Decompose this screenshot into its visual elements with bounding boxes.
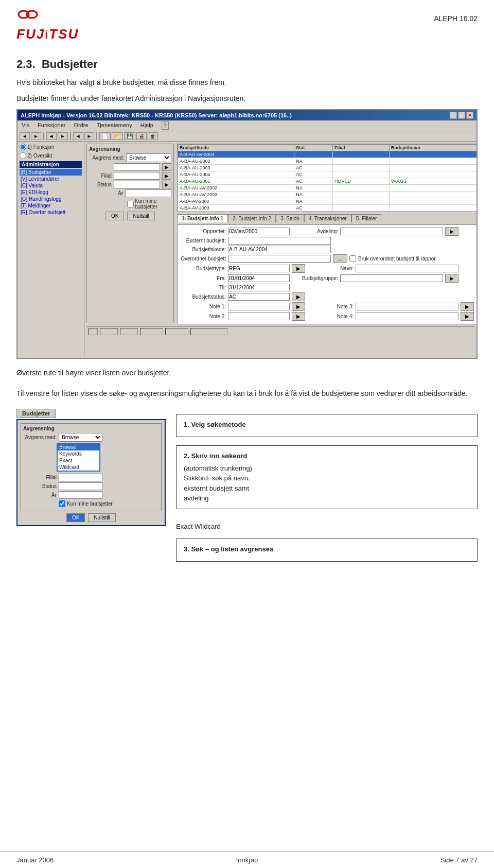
toolbar-open[interactable]: 📂 [112,132,123,140]
filter-input-status[interactable] [114,181,160,188]
form-note3-browse[interactable]: ▶ [461,302,474,311]
tab-filialer[interactable]: 5. Filialer [351,214,382,222]
menu-hjelp[interactable]: Hjelp [138,121,155,130]
form-budsjettgruppe-browse[interactable]: ▶ [445,274,458,283]
filter-nullstill-btn[interactable]: Nullstill [127,212,155,220]
dropdown-opt-wildcard[interactable]: Wildcard [58,464,99,471]
table-row[interactable]: A-BA-AV-2002 NA [178,198,477,205]
filter-ok-btn[interactable]: OK [105,212,124,220]
form-input-note2[interactable] [228,313,290,320]
form-input-navn[interactable] [356,265,458,272]
table-row[interactable]: A-BA-AV-2003 AC [178,205,477,212]
sidebar-item-edilogg[interactable]: [E] EDI-logg [20,189,82,196]
widget-checkbox-mine[interactable] [59,500,65,507]
sidebar-item-leverandorer[interactable]: [V] Leverandører [20,176,82,182]
menu-funksjoner[interactable]: Funksjoner [36,121,67,130]
table-row[interactable]: A-BA-AU-2005 AC HOVED VAAGS [178,178,477,185]
toolbar-btn-1[interactable]: ◄ [20,132,30,140]
form-input-avdeling[interactable] [340,228,443,235]
form-input-budsjettsstatus[interactable] [228,293,290,301]
toolbar-new[interactable]: 📄 [99,132,111,140]
sidebar-item-meldinger[interactable]: [T] Meldinger [20,202,82,209]
filter-input-filial[interactable] [114,172,160,180]
dropdown-opt-browse[interactable]: Browse [58,444,99,450]
table-row[interactable]: A-BA-AU-2002 NA [178,158,477,165]
budget-table-container[interactable]: Budsjettkode Stat. Filial Budsjettnavn [177,144,477,212]
widget-input-status[interactable] [59,482,102,490]
form-input-note3[interactable] [356,303,458,310]
form-overordnet-browse[interactable]: … [333,254,347,263]
form-note4-browse[interactable]: ▶ [461,312,474,321]
sidebar-item-budsjetter[interactable]: [B] Budsjetter [20,169,82,176]
widget-row-avgrens: Avgrens med: Browse [23,433,159,442]
widget-ok-btn[interactable]: OK [66,513,85,522]
form-input-budsjetttype[interactable] [228,265,290,272]
filter-btn-filial[interactable]: ▶ [162,172,171,180]
table-row[interactable]: A-BA-AU-AV-2002 NA [178,185,477,192]
tab-budsjettinfo2[interactable]: 2. Budsjett-info 2 [228,214,276,222]
table-row[interactable]: A-BA-AU-2004 AC [178,171,477,178]
form-input-budsjettgruppe[interactable] [340,274,443,282]
toolbar-btn-5[interactable]: ◄ [73,132,83,140]
form-note1-browse[interactable]: ▶ [292,302,305,311]
filter-select-avgrens[interactable]: Browse Keywords Exact Wildcard [126,153,171,162]
form-note2-browse[interactable]: ▶ [292,312,305,321]
widget-nullstill-btn[interactable]: Nullstill [88,513,116,522]
form-budsjettsstatus-browse[interactable]: ▶ [292,292,305,301]
menu-vis[interactable]: Vis [20,121,31,130]
sidebar-item-valuta[interactable]: [C] Valuta [20,182,82,189]
tab-budsjettinfo1[interactable]: 1. Budsjett-info 1 [177,214,228,222]
cell-navn: VAAGS [389,178,477,185]
menu-tjenestemeny[interactable]: Tjenestemeny [95,121,134,130]
table-row[interactable]: A-BA-AU-2003 AC [178,165,477,171]
form-input-overordnet[interactable] [228,255,331,263]
menu-ordre[interactable]: Ordre [72,121,91,130]
form-input-opprettet[interactable] [228,228,290,235]
close-button[interactable]: ✕ [466,112,473,119]
filter-checkbox-mine[interactable] [127,201,134,207]
help-icon-button[interactable]: ? [162,121,169,130]
radio-funksjon[interactable]: 1) Funksjon [20,144,54,150]
filter-btn-browse[interactable]: ▶ [162,163,171,171]
toolbar-btn-2[interactable]: ► [31,132,41,140]
maximize-button[interactable]: □ [458,112,465,119]
titlebar-controls[interactable]: _ □ ✕ [450,112,473,119]
form-budsjetttype-browse[interactable]: ▶ [292,264,305,273]
toolbar-save[interactable]: 💾 [124,132,135,140]
minimize-button[interactable]: _ [450,112,457,119]
toolbar-btn-3[interactable]: ◄ [46,132,57,140]
filter-input-text[interactable] [114,163,160,171]
toolbar-btn-4[interactable]: ► [58,132,68,140]
widget-select-avgrens[interactable]: Browse [59,433,102,442]
form-input-note4[interactable] [356,313,458,320]
toolbar-print[interactable]: 🖨 [136,132,147,140]
dropdown-opt-exact[interactable]: Exact [58,457,99,464]
cell-stat: NA [294,198,333,205]
cell-stat: AC [294,205,333,212]
toolbar-btn-6[interactable]: ► [84,132,95,140]
widget-tab-budsjetter[interactable]: Budsjetter [16,409,56,418]
table-row[interactable]: A-B-AU-AV-2004 [178,151,477,158]
filter-btn-status[interactable]: ▶ [162,181,171,188]
form-input-budsjettkode[interactable] [228,246,331,253]
filter-input-ar[interactable] [125,189,171,197]
filter-row-text: ▶ [89,163,171,171]
footer-page: Side 7 av 27 [440,856,478,864]
sidebar-item-handlingslogg[interactable]: [G] Handlingslogg [20,196,82,202]
form-avdeling-browse[interactable]: ▶ [445,227,458,236]
table-row[interactable]: A-BA-AU-AV-2003 NA [178,192,477,198]
radio-oversikt[interactable]: 2) Oversikt [20,152,52,159]
form-input-eksternt[interactable] [228,237,331,245]
app-window: ALEPH Innkjøp - Versjon 16.02 Bibliotek:… [16,109,478,359]
form-input-til[interactable] [228,284,290,291]
tab-transaksjoner[interactable]: 4. Transaksjoner [304,214,351,222]
dropdown-opt-keywords[interactable]: Keywords [58,450,99,457]
form-checkbox-bruk[interactable] [349,255,356,262]
tab-saldo[interactable]: 3. Saldo [276,214,304,222]
sidebar-item-overfore[interactable]: [R] Overfør budsjett [20,209,82,216]
widget-input-filial[interactable] [59,474,102,481]
widget-input-ar[interactable] [59,491,102,499]
form-input-fra[interactable] [228,274,290,282]
toolbar-delete[interactable]: 🗑 [148,132,158,140]
form-input-note1[interactable] [228,303,290,310]
